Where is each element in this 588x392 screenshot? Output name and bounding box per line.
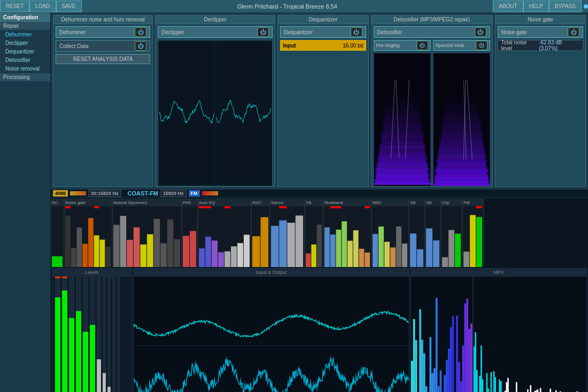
noise-gate-title: Noise gate [496, 15, 585, 24]
dehummer-title: Dehummer noise and hum removal [53, 15, 152, 24]
delossifier-spectral-left [374, 53, 431, 186]
dequant-input-row: Input 16.00 bit [280, 40, 366, 51]
spectral-hole-power[interactable]: ⏻ [476, 41, 488, 50]
mode-bar [202, 191, 218, 195]
freq2-status: 15820 Hz [160, 190, 187, 197]
pre-ringing-button[interactable]: Pre-ringing ⏻ [374, 40, 431, 51]
declipper-button[interactable]: Declipper ⏻ [158, 26, 273, 38]
reset-analysis-button[interactable]: RESET ANALYSIS DATA [56, 54, 150, 64]
sidebar-item-declipper[interactable]: Declipper [0, 39, 50, 48]
collect-power[interactable]: ⏻ [135, 41, 146, 51]
declipper-waveform [158, 40, 273, 186]
help-button[interactable]: HELP [523, 1, 549, 12]
about-button[interactable]: ABOUT [493, 1, 523, 12]
noise-level-display: Total noise level -62.83 dB (3.07%) [498, 40, 583, 51]
project-title: Glenn Pritchard - Tropical Breeze 8.54 [82, 3, 493, 10]
dequantizer-title: Dequantizer [278, 15, 368, 24]
delossifier-panel: Delossifier (MP3/MPEG2 repair) Delossifi… [371, 15, 493, 187]
levels-body [52, 277, 131, 392]
delossifier-power[interactable]: ⏻ [475, 27, 486, 37]
station-name: COAST-FM [128, 190, 158, 197]
level-bar [70, 191, 86, 195]
level-status: 4096 [53, 190, 68, 197]
spectral-hole-button[interactable]: Spectral Hole ⏻ [433, 40, 490, 51]
declipper-power[interactable]: ⏻ [257, 27, 269, 37]
dequantizer-panel: Dequantizer Dequantizer ⏻ Input 16.00 bi… [277, 15, 368, 187]
bypass-indicator [584, 4, 588, 9]
toolbar: RESET LOAD SAVE Glenn Pritchard - Tropic… [0, 0, 588, 13]
levels-title: Levels [52, 269, 131, 277]
dequantizer-power[interactable]: ⏻ [351, 27, 362, 37]
freq1-status: 30:15820 Hz [88, 190, 121, 197]
reset-button[interactable]: RESET [0, 1, 29, 12]
noise-gate-power[interactable]: ⏻ [568, 27, 579, 37]
sidebar-processing-section[interactable]: Processing [0, 73, 50, 82]
delossifier-title: Delossifier (MP3/MPEG2 repair) [372, 15, 492, 24]
noise-gate-button[interactable]: Noise gate ⏻ [498, 26, 583, 38]
delossifier-controls: Pre-ringing ⏻ Spectral Hole ⏻ [374, 40, 490, 51]
declipper-panel: Declipper Declipper ⏻ [155, 15, 275, 187]
sidebar-repair-section[interactable]: Repair [0, 22, 50, 30]
dehummer-panel: Dehummer noise and hum removal Dehummer … [53, 15, 153, 187]
levels-panel: Levels [52, 268, 132, 392]
save-button[interactable]: SAVE [56, 1, 82, 12]
sidebar-item-noise-removal[interactable]: Noise removal [0, 65, 50, 73]
delossifier-spectral-right [433, 53, 490, 186]
pre-ringing-power[interactable]: ⏻ [416, 41, 428, 50]
sidebar-item-delossifier[interactable]: Delossifier [0, 56, 50, 65]
mpx-panel: MPX [411, 268, 587, 392]
sidebar-config-header: Configuration [0, 13, 50, 22]
load-button[interactable]: LOAD [29, 1, 56, 12]
delossifier-button[interactable]: Delossifier ⏻ [374, 26, 490, 38]
dehummer-power[interactable]: ⏻ [135, 27, 146, 37]
collect-data-button[interactable]: Collect Data ⏻ [56, 40, 150, 52]
io-title: Input & Output [134, 269, 409, 277]
mpx-body [411, 277, 586, 392]
dehummer-button[interactable]: Dehummer ⏻ [56, 26, 150, 38]
bottom-panels: Levels Input & Output MPX [51, 267, 588, 392]
dequantizer-button[interactable]: Dequantizer ⏻ [280, 26, 366, 38]
status-bar: 4096 30:15820 Hz COAST-FM 15820 Hz FM [51, 189, 588, 198]
bypass-button[interactable]: BYPASS [549, 1, 582, 12]
noise-gate-panel: Noise gate Noise gate ⏻ Total noise leve… [495, 15, 586, 187]
io-panel: Input & Output [133, 268, 409, 392]
io-body [134, 277, 409, 392]
mode-status: FM [189, 190, 200, 197]
meter-row [51, 198, 588, 267]
repair-panels: Dehummer noise and hum removal Dehummer … [51, 13, 588, 189]
mpx-title: MPX [411, 269, 586, 277]
sidebar-item-dequantizer[interactable]: Dequantizer [0, 48, 50, 56]
sidebar-item-dehummer[interactable]: Dehummer [0, 30, 50, 39]
sidebar: Configuration Repair Dehummer Declipper … [0, 13, 51, 392]
declipper-title: Declipper [156, 15, 275, 24]
